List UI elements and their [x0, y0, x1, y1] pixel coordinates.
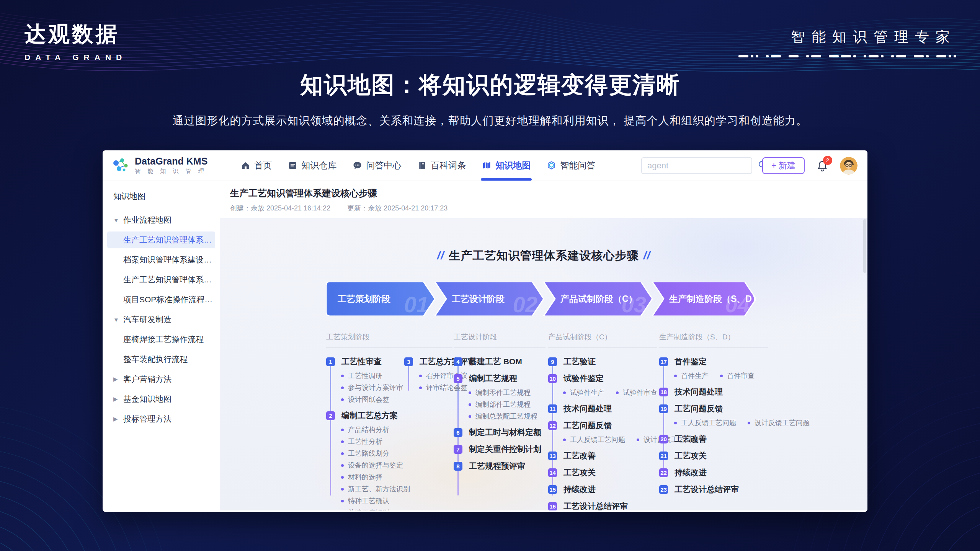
- step-item-13: 13工艺改善: [548, 450, 657, 461]
- step-item-8: 8工艺规程预评审: [454, 461, 546, 471]
- step-number-badge: 9: [548, 357, 557, 366]
- sidebar-title: 知识地图: [103, 191, 215, 202]
- step-number-badge: 20: [659, 435, 668, 443]
- step-title: 搭建工艺 BOM: [469, 356, 522, 367]
- step-title: 工艺改善: [564, 450, 596, 461]
- step-subitem: 设备的选择与鉴定: [341, 461, 394, 470]
- caret-right-icon[interactable]: ▶: [113, 376, 123, 383]
- step-title: 制定关重件控制计划: [469, 444, 541, 455]
- step-item-7: 7制定关重件控制计划: [454, 444, 546, 455]
- search-input[interactable]: [647, 161, 758, 171]
- caret-right-icon[interactable]: ▶: [113, 416, 123, 422]
- bullet-icon: [563, 391, 566, 394]
- content-area: 生产工艺知识管理体系建设核心步骤 创建：余放 2025-04-21 16:14:…: [220, 181, 867, 512]
- user-avatar[interactable]: [840, 157, 858, 174]
- search-box[interactable]: [641, 157, 752, 174]
- nav-item-5[interactable]: 知识地图: [474, 150, 539, 181]
- step-number-badge: 3: [404, 357, 413, 366]
- stage-label: 产品试制阶段（C）: [560, 294, 637, 304]
- step-number-badge: 8: [454, 462, 462, 471]
- step-number-badge: 6: [454, 428, 462, 437]
- app-name-sub: 智 能 知 识 管 理: [135, 168, 207, 175]
- step-title: 持续改进: [564, 484, 596, 495]
- step-subitem: 工艺路线划分: [341, 449, 394, 458]
- page-subtitle: 通过图形化的方式展示知识领域的概念、关系和连接，帮助人们更好地理解和利用知识， …: [0, 113, 980, 129]
- new-button[interactable]: + 新建: [762, 157, 805, 174]
- step-item-18: 18技术问题处理: [659, 386, 768, 397]
- brand-tagline-block: 智能知识管理专家: [738, 28, 956, 57]
- step-item-12: 12工艺问题反馈工人反馈工艺问题设计反馈工艺问题: [548, 420, 657, 444]
- morse-divider: [738, 55, 956, 57]
- bullet-icon: [341, 464, 344, 467]
- tree-item-2[interactable]: 生产工艺知识管理体系建设核心...: [107, 231, 215, 248]
- step-subitem: 首件审查: [720, 371, 755, 380]
- tree-item-5[interactable]: 项目SOP标准操作流程地图: [103, 291, 215, 308]
- notification-bell[interactable]: 2: [815, 158, 830, 173]
- map-icon: [482, 161, 492, 170]
- stage-number: 01: [404, 292, 429, 316]
- step-item-19: 19工艺问题反馈工人反馈工艺问题设计反馈工艺问题: [659, 403, 768, 427]
- step-lane: 9工艺验证10试验件鉴定试验件生产试验件审查11技术问题处理12工艺问题反馈工人…: [548, 356, 657, 510]
- caret-down-icon[interactable]: ▼: [113, 217, 123, 223]
- step-subitem: 产品结构分析: [341, 425, 394, 434]
- stage-column-3: 产品试制阶段（C）9工艺验证10试验件鉴定试验件生产试验件审查11技术问题处理1…: [548, 332, 657, 510]
- notification-badge: 2: [823, 156, 832, 165]
- tree-group-11[interactable]: ▶投标管理方法: [103, 411, 215, 427]
- bullet-icon: [674, 422, 677, 424]
- tree-group-9[interactable]: ▶客户营销方法: [103, 371, 215, 388]
- document-header: 生产工艺知识管理体系建设核心步骤 创建：余放 2025-04-21 16:14:…: [220, 181, 867, 218]
- morse-group: [864, 55, 884, 57]
- step-sublist: 试验件生产试验件审查: [563, 388, 657, 397]
- caret-down-icon[interactable]: ▼: [113, 316, 123, 323]
- app-logo[interactable]: DataGrand KMS 智 能 知 识 管 理: [113, 156, 207, 175]
- bullet-icon: [563, 439, 566, 441]
- step-title: 工艺改善: [675, 434, 707, 444]
- nav-item-4[interactable]: 百科词条: [409, 150, 474, 181]
- bullet-icon: [469, 403, 471, 406]
- step-item-9: 9工艺验证: [548, 356, 657, 367]
- bullet-icon: [674, 375, 677, 377]
- tree-group-6[interactable]: ▼汽车研发制造: [103, 311, 215, 328]
- step-number-badge: 11: [548, 404, 557, 413]
- meta-created: 创建：余放 2025-04-21 16:14:22: [230, 204, 330, 213]
- step-sublist: 首件生产首件审查: [674, 371, 768, 380]
- column-header: 生产制造阶段（S、D）: [659, 332, 768, 348]
- nav-item-3[interactable]: 问答中心: [345, 150, 409, 181]
- step-lane: 17首件鉴定首件生产首件审查18技术问题处理19工艺问题反馈工人反馈工艺问题设计…: [659, 356, 768, 501]
- morse-group: [738, 55, 758, 57]
- bullet-icon: [341, 440, 344, 443]
- tree-item-4[interactable]: 生产工艺知识管理体系建设核心...: [103, 271, 215, 288]
- tree-item-3[interactable]: 档案知识管理体系建设核心步骤: [103, 251, 215, 268]
- nav-item-6[interactable]: 智能问答: [539, 150, 603, 181]
- step-item-10: 10试验件鉴定试验件生产试验件审查: [548, 373, 657, 397]
- vertical-scrollbar[interactable]: [863, 219, 866, 273]
- sidebar: 知识地图 ▼作业流程地图生产工艺知识管理体系建设核心...档案知识管理体系建设核…: [103, 181, 220, 512]
- app-bar: DataGrand KMS 智 能 知 识 管 理 首页知识仓库问答中心百科词条…: [103, 150, 867, 181]
- step-item-21: 21工艺攻关: [659, 450, 768, 461]
- nav-item-1[interactable]: 首页: [233, 150, 280, 181]
- tree-item-7[interactable]: 座椅焊接工艺操作流程: [103, 331, 215, 348]
- stage-columns: 工艺策划阶段1工艺性审查工艺性调研参与设计方案评审设计图纸会签2编制工艺总方案产…: [220, 332, 867, 510]
- step-subitem: 工艺性调研: [341, 371, 394, 380]
- morse-group: [891, 55, 906, 57]
- caret-right-icon[interactable]: ▶: [113, 396, 123, 403]
- brand-logo: 达观数据 DATA GRAND: [24, 20, 127, 62]
- step-title: 技术问题处理: [564, 403, 612, 414]
- step-sublist: 产品结构分析工艺性分析工艺路线划分设备的选择与鉴定材料的选择新工艺、新方法识别特…: [341, 425, 394, 510]
- step-item-2: 2编制工艺总方案产品结构分析工艺性分析工艺路线划分设备的选择与鉴定材料的选择新工…: [326, 410, 394, 510]
- qa-icon: [353, 161, 362, 170]
- tree-item-8[interactable]: 整车装配执行流程: [103, 351, 215, 368]
- tree-group-1[interactable]: ▼作业流程地图: [103, 212, 215, 228]
- step-lane: 4搭建工艺 BOM5编制工艺规程编制零件工艺规程编制部件工艺规程编制总装配工艺规…: [454, 356, 546, 478]
- app-logo-icon: [113, 156, 129, 175]
- step-item-3: 3工艺总方案评审召开评审会议评审结论会签: [404, 356, 462, 392]
- step-number-badge: 23: [659, 485, 668, 494]
- step-title: 技术问题处理: [675, 386, 723, 397]
- nav-item-2[interactable]: 知识仓库: [280, 150, 345, 181]
- tree-group-10[interactable]: ▶基金知识地图: [103, 391, 215, 408]
- morse-group: [789, 55, 799, 57]
- step-number-badge: 10: [548, 374, 557, 383]
- bullet-icon: [341, 452, 344, 455]
- step-subitem: 工人反馈工艺问题: [674, 418, 736, 427]
- step-title: 工艺攻关: [675, 450, 707, 461]
